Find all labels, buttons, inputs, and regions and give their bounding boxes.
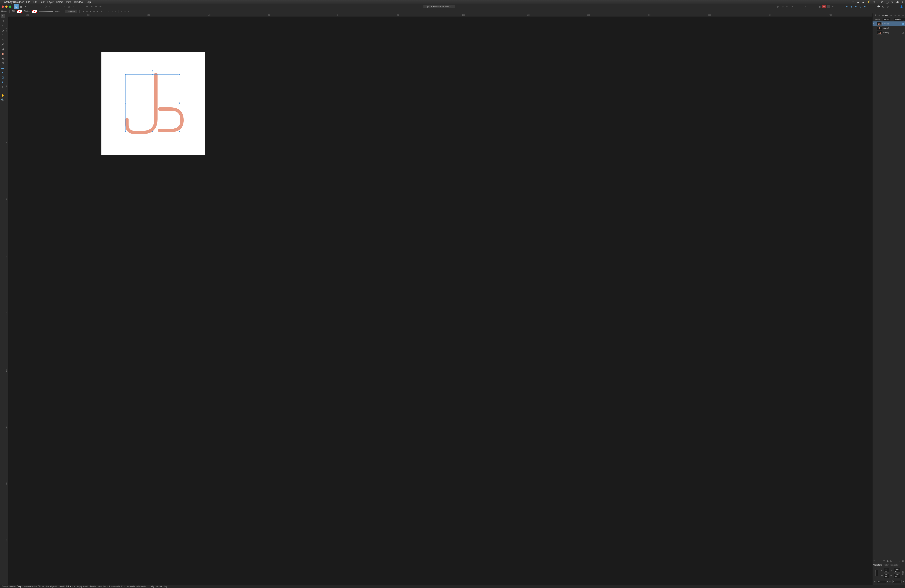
rotate-cw-icon[interactable]: ↷ bbox=[790, 5, 794, 8]
snap2-icon[interactable]: ⧈ bbox=[822, 5, 826, 8]
minimize-button[interactable] bbox=[5, 5, 8, 8]
menu-help[interactable]: Help bbox=[86, 1, 91, 3]
tab-swatches[interactable]: Sw bbox=[893, 14, 897, 16]
handle-w[interactable] bbox=[125, 102, 126, 104]
ungroup-button[interactable]: Ungroup bbox=[65, 10, 77, 13]
order1-icon[interactable]: ▭ bbox=[85, 5, 89, 8]
rotate-ccw-icon[interactable]: ↶ bbox=[786, 5, 789, 8]
document-tab[interactable]: jocund bliss (548.0%) × bbox=[424, 5, 455, 8]
adjust-icon[interactable]: ◐ bbox=[887, 560, 889, 563]
pencil-tool[interactable]: ✎ bbox=[1, 38, 5, 41]
shape-ellipse-tool[interactable]: ● bbox=[1, 71, 5, 74]
ctx-pt-icon[interactable]: ⊡ bbox=[99, 10, 102, 13]
flame-icon[interactable]: ⚡ bbox=[867, 0, 870, 4]
fill-swatch[interactable] bbox=[17, 10, 22, 13]
close-tab-icon[interactable]: × bbox=[450, 5, 451, 8]
snap-menu-icon[interactable]: ▾ bbox=[831, 5, 835, 8]
dropbox-icon[interactable]: ⬚ bbox=[852, 0, 854, 4]
menu-text[interactable]: Text bbox=[40, 1, 44, 3]
align-c-icon[interactable]: ⫟ bbox=[111, 10, 114, 13]
export-persona[interactable]: ↗ bbox=[23, 4, 27, 9]
designer-persona[interactable]: ◣ bbox=[14, 4, 19, 9]
bool5-icon[interactable]: ◆ bbox=[863, 5, 867, 8]
handle-ne[interactable] bbox=[179, 74, 180, 75]
bool1-icon[interactable]: ⬖ bbox=[845, 5, 849, 8]
bool2-icon[interactable]: ⬗ bbox=[849, 5, 853, 8]
rotation-handle[interactable] bbox=[152, 70, 153, 72]
r-value[interactable]: 0 ° bbox=[877, 580, 886, 583]
align-t-icon[interactable]: ⫞ bbox=[120, 10, 123, 13]
mask-icon[interactable]: ▢ bbox=[883, 560, 885, 563]
pixel-persona[interactable]: ▦ bbox=[19, 4, 23, 9]
zoom-tool[interactable]: 🔍 bbox=[1, 98, 5, 102]
cloud2-icon[interactable]: ☁ bbox=[862, 0, 865, 4]
menu-edit[interactable]: Edit bbox=[33, 1, 37, 3]
menu-select[interactable]: Select bbox=[56, 1, 63, 3]
tab-stroke[interactable]: Str bbox=[878, 14, 881, 16]
order2-icon[interactable]: ▭ bbox=[90, 5, 93, 8]
h-value[interactable]: 163.3 px bbox=[894, 573, 900, 578]
selection-box[interactable] bbox=[125, 74, 179, 132]
align-m-icon[interactable]: ⫟ bbox=[124, 10, 127, 13]
canvas-viewport[interactable] bbox=[9, 17, 872, 585]
handle-n[interactable] bbox=[152, 74, 153, 75]
align-icon[interactable]: ≡ bbox=[804, 5, 807, 8]
horizontal-ruler[interactable]: -250 -200 -150 -100 -50 0 50 100 150 200… bbox=[9, 13, 872, 17]
layer-row-curve2[interactable]: (Curve) ✓ bbox=[873, 30, 905, 35]
tab-layers[interactable]: Layers bbox=[882, 14, 889, 16]
tab-navigator[interactable]: Navigator bbox=[891, 564, 899, 566]
arrange-mid-icon[interactable]: ◫ bbox=[67, 5, 70, 8]
anchor-grid[interactable] bbox=[875, 570, 878, 576]
zoom-button[interactable] bbox=[9, 5, 11, 8]
stroke-width-value[interactable]: None bbox=[55, 10, 60, 13]
tab-fx[interactable]: FX bbox=[889, 14, 893, 16]
bool3-icon[interactable]: ⬘ bbox=[854, 5, 857, 8]
tab-brushes[interactable]: Br bbox=[898, 14, 901, 16]
s-value[interactable]: 0 ° bbox=[892, 580, 902, 583]
opacity-dropdown-icon[interactable]: ▾ bbox=[892, 18, 892, 21]
node-tool[interactable]: ▹ bbox=[1, 24, 5, 27]
refresh-icon[interactable]: ⟲ bbox=[891, 0, 893, 4]
layers-icon[interactable]: ☰ bbox=[873, 560, 875, 563]
ruler-corner[interactable] bbox=[5, 13, 9, 17]
grid-icon[interactable]: ⊞ bbox=[873, 0, 875, 4]
shape-tri-tool[interactable]: ▲ bbox=[1, 80, 5, 84]
sync-defaults-icon[interactable]: ⟲ bbox=[48, 5, 52, 8]
circle-icon[interactable]: ◯ bbox=[886, 0, 889, 4]
order3-icon[interactable]: ▭ bbox=[94, 5, 98, 8]
handle-e[interactable] bbox=[179, 102, 180, 104]
expand-icon[interactable]: ▾ bbox=[873, 23, 876, 25]
app-name[interactable]: Affinity Designer bbox=[4, 1, 24, 3]
text-tool[interactable]: T bbox=[1, 85, 5, 88]
handle-s[interactable] bbox=[152, 131, 153, 132]
order4-icon[interactable]: ▭ bbox=[98, 5, 102, 8]
assist1-icon[interactable]: 💬 bbox=[877, 5, 881, 8]
stroke-swatch[interactable] bbox=[32, 10, 37, 13]
arrange-front-icon[interactable]: ▫ bbox=[71, 5, 75, 8]
tab-history[interactable]: History bbox=[884, 564, 889, 566]
align-b-icon[interactable]: ⫠ bbox=[127, 10, 130, 13]
tab-transform[interactable]: Transform bbox=[873, 564, 882, 566]
assist3-icon[interactable]: ◑ bbox=[886, 5, 889, 8]
ctx-hide-icon[interactable]: ⊡ bbox=[86, 10, 88, 13]
pan-tool[interactable]: ✋ bbox=[1, 93, 5, 97]
pen-tool[interactable]: ✒ bbox=[1, 33, 5, 37]
artboard-tool[interactable]: ▢ bbox=[1, 19, 5, 23]
assist2-icon[interactable]: ◐ bbox=[881, 5, 885, 8]
delete-layer-icon[interactable]: 🗑 bbox=[902, 560, 904, 563]
volume-icon[interactable]: ◀) bbox=[896, 0, 899, 4]
layer-visible-check[interactable]: ✓ bbox=[902, 23, 904, 25]
layer-row-curve1[interactable]: (Curve) ✓ bbox=[873, 26, 905, 30]
flip-v-icon[interactable]: ▽ bbox=[781, 5, 784, 8]
flip-h-icon[interactable]: ▷ bbox=[776, 5, 780, 8]
align-r-icon[interactable]: ⫠ bbox=[114, 10, 117, 13]
crop-tool[interactable]: ⊡ bbox=[1, 61, 5, 65]
shape-rect-tool[interactable]: ▬ bbox=[1, 66, 5, 70]
w-value[interactable]: 154.7 px bbox=[894, 568, 900, 573]
s-drop-icon[interactable]: ▾ bbox=[903, 581, 904, 583]
y-value[interactable]: 68.4 px bbox=[884, 573, 889, 578]
link-wh-icon[interactable]: ⊐⊏ bbox=[902, 571, 904, 575]
place-tool[interactable]: ▣ bbox=[1, 57, 5, 60]
vertical-ruler[interactable]: -100 -50 0 50 100 150 200 250 300 350 bbox=[5, 17, 9, 585]
close-button[interactable] bbox=[2, 5, 4, 8]
